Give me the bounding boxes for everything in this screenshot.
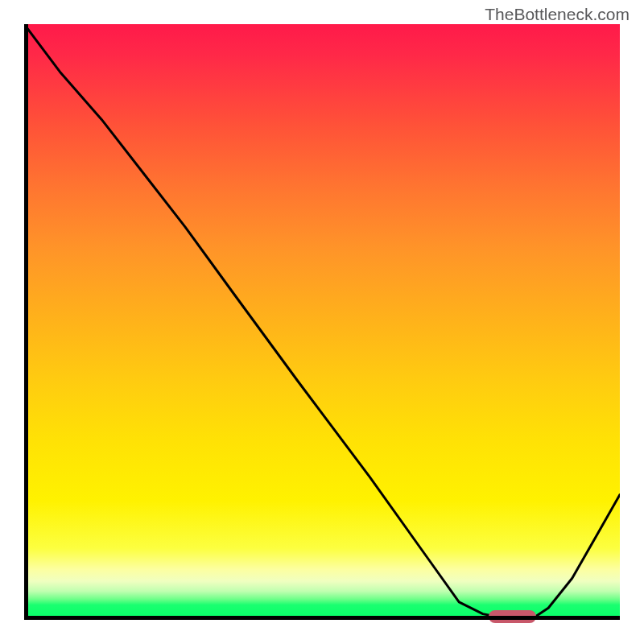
bottleneck-curve [24,24,620,620]
chart-container: TheBottleneck.com [0,0,644,644]
plot-area [24,24,620,620]
watermark-text: TheBottleneck.com [485,5,630,24]
y-axis [24,24,28,620]
x-axis [24,616,620,620]
